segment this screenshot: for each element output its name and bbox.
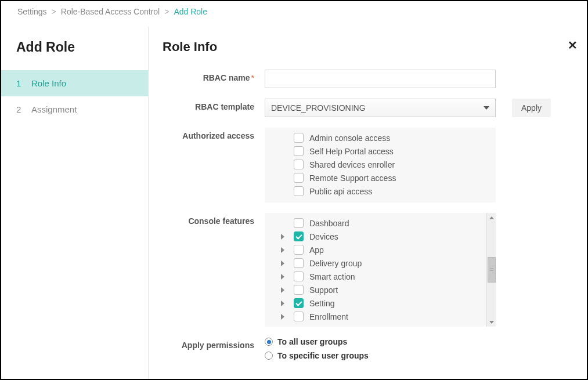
radio-label: To all user groups bbox=[277, 337, 347, 346]
wizard-step-assignment[interactable]: 2 Assignment bbox=[1, 96, 148, 122]
apply-button[interactable]: Apply bbox=[512, 99, 551, 117]
expand-icon[interactable] bbox=[281, 247, 284, 253]
close-icon[interactable]: ✕ bbox=[568, 38, 578, 52]
checkbox-app[interactable] bbox=[294, 245, 304, 255]
rbac-name-label: RBAC name* bbox=[163, 70, 265, 82]
checkbox-row: Admin console access bbox=[265, 131, 496, 144]
rbac-template-label: RBAC template bbox=[163, 99, 265, 111]
step-number: 1 bbox=[16, 78, 24, 88]
console-features-panel: Dashboard Devices App bbox=[265, 213, 496, 327]
authorized-access-panel: Admin console access Self Help Portal ac… bbox=[265, 128, 496, 202]
checkbox-label: Dashboard bbox=[309, 219, 349, 228]
radio-row: To specific user groups bbox=[265, 351, 496, 360]
step-number: 2 bbox=[16, 104, 24, 114]
checkbox-label: Admin console access bbox=[309, 133, 390, 143]
checkbox-setting[interactable] bbox=[294, 298, 304, 308]
checkbox-row: Smart action bbox=[265, 270, 496, 283]
checkbox-row: Public api access bbox=[265, 184, 496, 198]
checkbox-row: Dashboard bbox=[265, 216, 496, 230]
checkbox-admin-console-access[interactable] bbox=[294, 133, 304, 143]
checkbox-label: Self Help Portal access bbox=[309, 147, 394, 156]
breadcrumb: Settings > Role-Based Access Control > A… bbox=[1, 1, 587, 27]
radio-specific-user-groups[interactable] bbox=[265, 352, 273, 360]
section-title: Role Info bbox=[163, 39, 574, 55]
checkbox-label: Enrollment bbox=[309, 312, 348, 321]
checkbox-label: App bbox=[309, 245, 324, 255]
radio-label: To specific user groups bbox=[277, 351, 369, 360]
scrollbar-thumb[interactable] bbox=[488, 257, 496, 283]
checkbox-label: Support bbox=[309, 285, 338, 295]
chevron-down-icon bbox=[484, 106, 489, 110]
checkbox-label: Setting bbox=[309, 299, 335, 308]
checkbox-label: Delivery group bbox=[309, 259, 362, 268]
expand-icon[interactable] bbox=[281, 260, 284, 266]
rbac-template-select[interactable]: DEVICE_PROVISIONING bbox=[265, 99, 496, 117]
checkbox-remote-support-access[interactable] bbox=[294, 173, 304, 183]
checkbox-devices[interactable] bbox=[294, 231, 304, 241]
checkbox-dashboard[interactable] bbox=[294, 218, 304, 228]
checkbox-row: Enrollment bbox=[265, 310, 496, 323]
checkbox-row: Self Help Portal access bbox=[265, 144, 496, 158]
checkbox-label: Smart action bbox=[309, 272, 355, 281]
expand-icon[interactable] bbox=[281, 234, 284, 240]
checkbox-public-api-access[interactable] bbox=[294, 186, 304, 196]
radio-row: To all user groups bbox=[265, 337, 496, 346]
expand-icon[interactable] bbox=[281, 314, 284, 320]
checkbox-label: Remote Support access bbox=[309, 173, 396, 183]
authorized-access-label: Authorized access bbox=[163, 128, 265, 140]
scroll-up-icon[interactable] bbox=[487, 213, 496, 222]
checkbox-row: App bbox=[265, 243, 496, 256]
apply-permissions-label: Apply permissions bbox=[163, 337, 265, 350]
checkbox-label: Public api access bbox=[309, 187, 372, 196]
console-features-label: Console features bbox=[163, 213, 265, 226]
expand-icon[interactable] bbox=[281, 274, 284, 280]
checkbox-smart-action[interactable] bbox=[294, 272, 304, 281]
wizard-step-role-info[interactable]: 1 Role Info bbox=[1, 70, 148, 96]
checkbox-enrollment[interactable] bbox=[294, 312, 304, 321]
checkbox-shared-devices-enroller[interactable] bbox=[294, 160, 304, 169]
select-value: DEVICE_PROVISIONING bbox=[271, 103, 366, 113]
checkbox-label: Shared devices enroller bbox=[309, 160, 395, 169]
breadcrumb-separator: > bbox=[52, 7, 56, 16]
checkbox-row: Devices bbox=[265, 230, 496, 243]
checkbox-row: Shared devices enroller bbox=[265, 158, 496, 171]
checkbox-row: Delivery group bbox=[265, 256, 496, 270]
checkbox-self-help-portal-access[interactable] bbox=[294, 146, 304, 156]
expand-icon[interactable] bbox=[281, 301, 284, 306]
breadcrumb-item[interactable]: Role-Based Access Control bbox=[61, 7, 160, 16]
scrollbar[interactable] bbox=[486, 213, 496, 327]
checkbox-support[interactable] bbox=[294, 285, 304, 295]
scroll-down-icon[interactable] bbox=[487, 317, 496, 327]
breadcrumb-separator: > bbox=[164, 7, 169, 16]
breadcrumb-current: Add Role bbox=[174, 7, 207, 16]
radio-all-user-groups[interactable] bbox=[265, 338, 273, 346]
checkbox-row: Remote Support access bbox=[265, 171, 496, 184]
page-title: Add Role bbox=[1, 39, 148, 70]
checkbox-label: Devices bbox=[309, 232, 338, 241]
step-label: Role Info bbox=[31, 78, 66, 88]
checkbox-delivery-group[interactable] bbox=[294, 258, 304, 268]
breadcrumb-item[interactable]: Settings bbox=[17, 7, 47, 16]
expand-icon[interactable] bbox=[281, 287, 284, 293]
required-indicator: * bbox=[251, 73, 254, 82]
main-panel: ✕ Role Info RBAC name* RBAC template DEV… bbox=[149, 27, 587, 379]
wizard-sidebar: Add Role 1 Role Info 2 Assignment bbox=[1, 27, 149, 379]
rbac-name-input[interactable] bbox=[265, 70, 496, 88]
step-label: Assignment bbox=[31, 104, 77, 114]
checkbox-row: Setting bbox=[265, 296, 496, 310]
checkbox-row: Support bbox=[265, 283, 496, 296]
